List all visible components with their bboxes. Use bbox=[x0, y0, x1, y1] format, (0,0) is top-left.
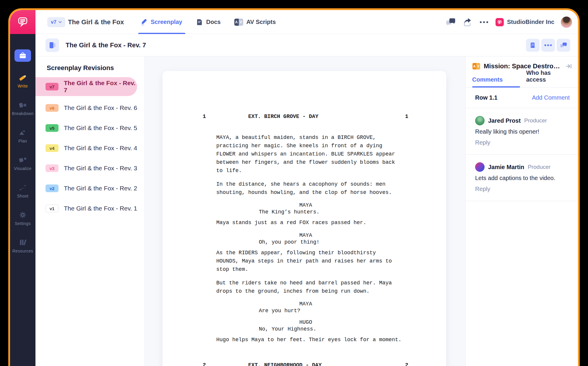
report-button[interactable] bbox=[526, 39, 540, 52]
project-button[interactable] bbox=[14, 49, 31, 62]
studiobinder-home-button[interactable] bbox=[10, 10, 35, 34]
visualize-shapes-icon bbox=[18, 156, 27, 164]
commenter-name: Jamie Martin bbox=[488, 164, 524, 171]
panel-title: Mission: Space Destro… bbox=[484, 62, 560, 70]
document-toolbar: The Girl & the Fox - Rev. 7 bbox=[35, 34, 578, 56]
top-bar: v7 The Girl & the Fox Screenplay Docs bbox=[10, 10, 578, 34]
revision-item-v4[interactable]: v4 The Girl & the Fox - Rev. 4 bbox=[35, 138, 144, 158]
gear-icon bbox=[18, 211, 27, 219]
dialogue-line: No, Your Highness. bbox=[259, 326, 417, 333]
comment-item: Jared Prost Producer Really liking this … bbox=[466, 108, 578, 155]
sidebar-item-breakdown[interactable]: Breakdown bbox=[10, 95, 35, 122]
speech-bubble-logo-icon bbox=[16, 15, 29, 29]
row-reference: Row 1.1 Add Comment bbox=[466, 88, 578, 108]
character-cue: HUGO bbox=[299, 319, 417, 326]
comment-item: Jamie Martin Producer Lets add captions … bbox=[466, 155, 578, 201]
action-paragraph: In the distance, she hears a cacophony o… bbox=[216, 180, 417, 197]
revision-badge: v6 bbox=[46, 104, 59, 112]
shoot-plane-icon bbox=[18, 183, 27, 192]
chevron-down-icon bbox=[59, 21, 62, 23]
reply-link[interactable]: Reply bbox=[475, 139, 570, 146]
version-dropdown[interactable]: v7 bbox=[47, 17, 65, 27]
dialogue-line: Oh, you poor thing! bbox=[259, 239, 417, 246]
organization-switcher[interactable]: StudioBinder Inc bbox=[496, 18, 554, 26]
sidebar-item-plan[interactable]: Plan bbox=[10, 122, 35, 150]
more-options-button[interactable] bbox=[541, 39, 555, 52]
more-icon bbox=[544, 44, 552, 46]
chat-button[interactable] bbox=[557, 39, 570, 52]
action-paragraph: Maya stands just as a red FOX races pass… bbox=[216, 218, 417, 227]
reply-link[interactable]: Reply bbox=[475, 186, 570, 192]
document-title: The Girl & the Fox - Rev. 7 bbox=[66, 34, 146, 56]
document-type-icon bbox=[46, 38, 59, 52]
more-icon[interactable] bbox=[479, 17, 489, 27]
scene-heading-2: 2EXT. NEIGHBORHOOD - DAY2 bbox=[216, 353, 417, 366]
dialogue-line: Are you hurt? bbox=[259, 307, 417, 314]
tab-comments[interactable]: Comments bbox=[472, 76, 519, 87]
revision-badge: v2 bbox=[46, 184, 59, 192]
av-script-icon: AV bbox=[472, 63, 480, 69]
sidebar-item-shoot[interactable]: Shoot bbox=[10, 177, 35, 205]
dialogue-block: MAYA Oh, you poor thing! bbox=[216, 232, 417, 246]
tab-av-scripts[interactable]: A V AV Scripts bbox=[234, 10, 276, 34]
studiobinder-org-icon bbox=[496, 18, 504, 26]
action-paragraph: But the riders take no heed and barrel p… bbox=[216, 279, 417, 295]
revision-badge: v1 bbox=[46, 205, 59, 212]
dialogue-block: MAYA The King’s hunters. bbox=[216, 202, 417, 216]
dialogue-block: MAYA Are you hurt? bbox=[216, 301, 417, 314]
dialogue-block: HUGO No, Your Highness. bbox=[216, 319, 417, 333]
add-comment-button[interactable]: Add Comment bbox=[532, 94, 570, 101]
document-actions bbox=[526, 39, 570, 52]
character-cue: MAYA bbox=[299, 202, 417, 209]
revision-badge: v4 bbox=[46, 144, 59, 152]
breakdown-tags-icon bbox=[18, 101, 27, 109]
organization-name: StudioBinder Inc bbox=[507, 19, 554, 25]
sidebar-item-write[interactable]: Write bbox=[10, 67, 35, 95]
commenter-role: Producer bbox=[528, 164, 550, 170]
plan-mountain-icon bbox=[18, 128, 27, 137]
tab-screenplay[interactable]: Screenplay bbox=[140, 10, 182, 34]
project-title: The Girl & the Fox bbox=[68, 10, 124, 34]
sidebar-menu: Write Breakdown Plan bbox=[10, 67, 35, 260]
commenter-name: Jared Prost bbox=[488, 117, 521, 124]
comment-text: Lets add captions to the video. bbox=[475, 175, 570, 182]
commenter-role: Producer bbox=[524, 117, 547, 124]
panel-tabs: Comments Who has access bbox=[466, 74, 578, 88]
revision-item-v7[interactable]: v7 The Girl & the Fox - Rev. 7 bbox=[35, 77, 137, 96]
share-icon[interactable] bbox=[462, 17, 472, 27]
revision-item-v3[interactable]: v3 The Girl & the Fox - Rev. 3 bbox=[35, 158, 144, 178]
sidebar-item-resources[interactable]: Resources bbox=[10, 232, 35, 260]
collapse-panel-icon[interactable] bbox=[566, 63, 572, 69]
chat-bubbles-icon bbox=[560, 42, 567, 49]
revision-item-v6[interactable]: v6 The Girl & the Fox - Rev. 6 bbox=[35, 98, 144, 118]
main-sidebar: Write Breakdown Plan bbox=[10, 34, 35, 366]
pencil-icon bbox=[140, 18, 147, 26]
revision-item-v1[interactable]: v1 The Girl & the Fox - Rev. 1 bbox=[35, 198, 144, 218]
screenplay-page[interactable]: 1EXT. BIRCH GROVE - DAY1 MAYA, a beautif… bbox=[163, 71, 446, 366]
revision-item-v2[interactable]: v2 The Girl & the Fox - Rev. 2 bbox=[35, 178, 144, 198]
scene-number-left: 2 bbox=[203, 361, 206, 366]
screenplay-text: 1EXT. BIRCH GROVE - DAY1 MAYA, a beautif… bbox=[216, 104, 417, 366]
briefcase-icon bbox=[19, 52, 27, 59]
av-icon: A V bbox=[234, 19, 243, 26]
user-avatar[interactable] bbox=[561, 17, 572, 28]
sidebar-item-settings[interactable]: Settings bbox=[10, 205, 35, 232]
revision-item-v5[interactable]: v5 The Girl & the Fox - Rev. 5 bbox=[35, 118, 144, 138]
resources-books-icon bbox=[18, 238, 27, 247]
tab-docs[interactable]: Docs bbox=[196, 10, 221, 34]
dialogue-line: The King’s hunters. bbox=[259, 209, 417, 216]
sidebar-item-visualize[interactable]: Visualize bbox=[10, 150, 35, 177]
comments-icon[interactable] bbox=[446, 17, 456, 27]
revisions-list: v7 The Girl & the Fox - Rev. 7 v6 The Gi… bbox=[35, 77, 144, 218]
scene-number-right: 1 bbox=[405, 112, 408, 121]
scene-heading-1: 1EXT. BIRCH GROVE - DAY1 bbox=[216, 104, 417, 129]
tab-who-has-access[interactable]: Who has access bbox=[526, 69, 571, 87]
comment-text: Really liking this opener! bbox=[475, 128, 570, 135]
version-dropdown-label: v7 bbox=[51, 19, 56, 25]
action-paragraph: MAYA, a beautiful maiden, stands in a BI… bbox=[216, 133, 417, 175]
write-marker-icon bbox=[18, 73, 27, 82]
revisions-header: Screenplay Revisions bbox=[35, 56, 144, 77]
character-cue: MAYA bbox=[299, 232, 417, 239]
editor-area: 1EXT. BIRCH GROVE - DAY1 MAYA, a beautif… bbox=[145, 56, 465, 366]
commenter-avatar bbox=[475, 162, 485, 172]
